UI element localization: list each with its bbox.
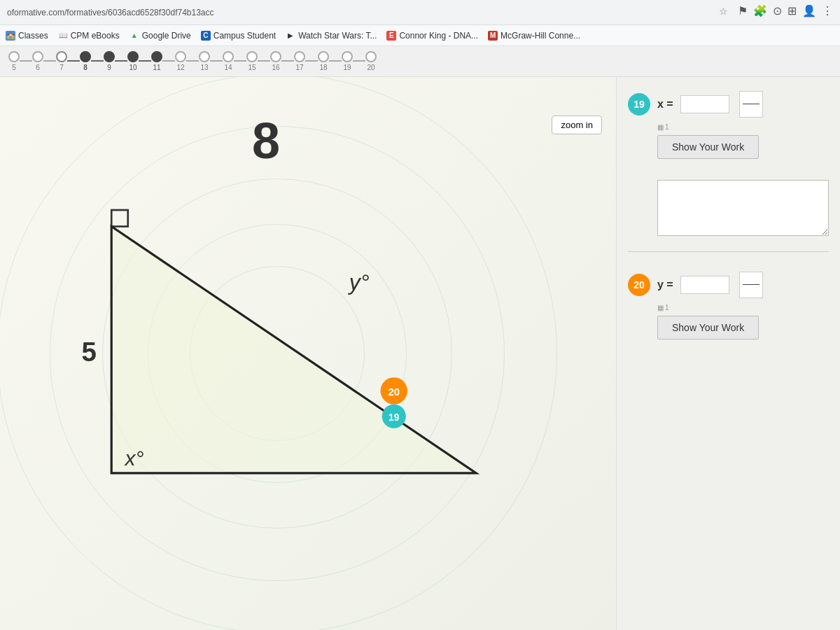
q19-fraction-input[interactable] <box>739 91 763 118</box>
connector <box>139 60 151 62</box>
bookmark-starwars[interactable]: ▶ Watch Star Wars: T... <box>286 31 377 41</box>
step-9-label: 9 <box>104 64 115 71</box>
bookmark-connor[interactable]: E Connor King - DNA... <box>386 31 478 41</box>
triangle-shape <box>111 227 476 473</box>
step-9[interactable]: 9 <box>104 51 115 71</box>
q19-icon-row: ▦ 1 <box>657 123 829 131</box>
connector <box>353 60 365 62</box>
step-16[interactable]: 16 <box>270 51 281 71</box>
step-19-label: 19 <box>342 64 353 71</box>
badge-19-text: 19 <box>388 412 400 423</box>
q20-icon-label: 1 <box>665 304 669 312</box>
q20-equals: y = <box>657 279 673 291</box>
connector <box>186 60 199 62</box>
connor-icon: E <box>386 31 396 41</box>
q20-badge: 20 <box>628 274 650 296</box>
step-13-label: 13 <box>199 64 210 71</box>
step-14[interactable]: 14 <box>223 51 234 71</box>
question-20-section: 20 y = ▦ 1 Show Your Work <box>628 272 829 340</box>
step-7[interactable]: 7 <box>56 51 67 71</box>
step-13[interactable]: 13 <box>199 51 210 71</box>
angle-y-label: y° <box>348 270 370 295</box>
side-5-label: 5 <box>82 337 97 367</box>
q19-work-area <box>628 177 829 239</box>
step-16-label: 16 <box>270 64 281 71</box>
bookmark-drive[interactable]: ▲ Google Drive <box>130 31 191 41</box>
puzzle-icon: 🧩 <box>753 4 767 18</box>
bookmark-mcgraw[interactable]: M McGraw-Hill Conne... <box>488 31 580 41</box>
bookmark-campus[interactable]: C Campus Student <box>201 31 276 41</box>
grid-icon: ⊞ <box>788 4 797 18</box>
q19-fraction-top[interactable] <box>743 93 760 104</box>
step-12[interactable]: 12 <box>175 51 186 71</box>
q20-fraction-bottom[interactable] <box>743 285 760 296</box>
connector <box>234 60 246 62</box>
drive-label: Google Drive <box>142 31 191 41</box>
diagram-panel: 8 zoom in 5 x° y° 20 19 <box>0 77 616 630</box>
triangle-diagram: 5 x° y° 20 19 <box>0 77 616 630</box>
cpm-icon: 📖 <box>58 31 68 41</box>
step-7-label: 7 <box>56 64 67 71</box>
main-content: 8 zoom in 5 x° y° 20 19 <box>0 77 840 630</box>
q20-answer-input[interactable] <box>680 276 729 294</box>
step-6-label: 6 <box>32 64 43 71</box>
step-11[interactable]: 11 <box>151 51 162 71</box>
mcgraw-label: McGraw-Hill Conne... <box>500 31 580 41</box>
classes-icon: 🏫 <box>6 31 15 41</box>
step-18-label: 18 <box>318 64 329 71</box>
zoom-in-button[interactable]: zoom in <box>552 115 602 134</box>
step-8-label: 8 <box>80 64 91 71</box>
section-divider <box>628 251 829 252</box>
q19-equals: x = <box>657 98 673 111</box>
step-5[interactable]: 5 <box>8 51 20 71</box>
person-icon: 👤 <box>802 4 816 18</box>
bookmarks-bar: 🏫 Classes 📖 CPM eBooks ▲ Google Drive C … <box>0 25 840 46</box>
connor-label: Connor King - DNA... <box>399 31 478 41</box>
step-20[interactable]: 20 <box>365 51 377 71</box>
step-8[interactable]: 8 <box>80 51 91 71</box>
question-19-section: 19 x = ▦ 1 Show Your Work <box>628 91 829 159</box>
q20-fraction-top[interactable] <box>743 274 760 285</box>
step-6[interactable]: 6 <box>32 51 43 71</box>
starwars-label: Watch Star Wars: T... <box>298 31 377 41</box>
browser-url-bar: oformative.com/formatives/6036acd6528f30… <box>0 0 840 25</box>
step-19[interactable]: 19 <box>342 51 353 71</box>
mcgraw-icon: M <box>488 31 498 41</box>
step-18[interactable]: 18 <box>318 51 329 71</box>
right-angle-marker <box>111 210 127 226</box>
step-10-label: 10 <box>127 64 139 71</box>
connector <box>305 60 318 62</box>
q19-work-textarea[interactable] <box>657 180 829 236</box>
campus-icon: C <box>201 31 211 41</box>
q20-show-work-button[interactable]: Show Your Work <box>657 316 759 340</box>
progress-bar: 5 6 7 8 9 <box>0 46 840 77</box>
step-15[interactable]: 15 <box>246 51 258 71</box>
connector <box>43 60 56 62</box>
star-icon[interactable]: ☆ <box>719 6 728 17</box>
q19-show-work-button[interactable]: Show Your Work <box>657 135 759 159</box>
connector <box>329 60 342 62</box>
progress-steps: 5 6 7 8 9 <box>8 51 377 71</box>
q19-small-icon: ▦ <box>657 123 664 131</box>
badge-20-text: 20 <box>388 386 400 398</box>
question-19-row: 19 x = <box>628 91 829 118</box>
connector <box>115 60 127 62</box>
step-17[interactable]: 17 <box>294 51 305 71</box>
step-11-label: 11 <box>151 64 162 71</box>
q19-badge: 19 <box>628 93 650 115</box>
bookmark-cpm[interactable]: 📖 CPM eBooks <box>58 31 120 41</box>
url-text: oformative.com/formatives/6036acd6528f30… <box>7 8 214 18</box>
right-panel: 19 x = ▦ 1 Show Your Work <box>616 77 840 630</box>
angle-x-label: x° <box>123 447 144 470</box>
bookmark-classes[interactable]: 🏫 Classes <box>6 31 48 41</box>
connector <box>281 60 294 62</box>
q19-fraction-bottom[interactable] <box>743 104 760 115</box>
q20-fraction-input[interactable] <box>739 272 763 298</box>
question-20-row: 20 y = <box>628 272 829 298</box>
q19-icon-label: 1 <box>665 123 669 131</box>
step-10[interactable]: 10 <box>127 51 139 71</box>
q19-answer-input[interactable] <box>680 95 729 113</box>
cpm-label: CPM eBooks <box>71 31 120 41</box>
q20-icon-row: ▦ 1 <box>657 304 829 312</box>
flag-icon: ⚑ <box>738 4 748 18</box>
